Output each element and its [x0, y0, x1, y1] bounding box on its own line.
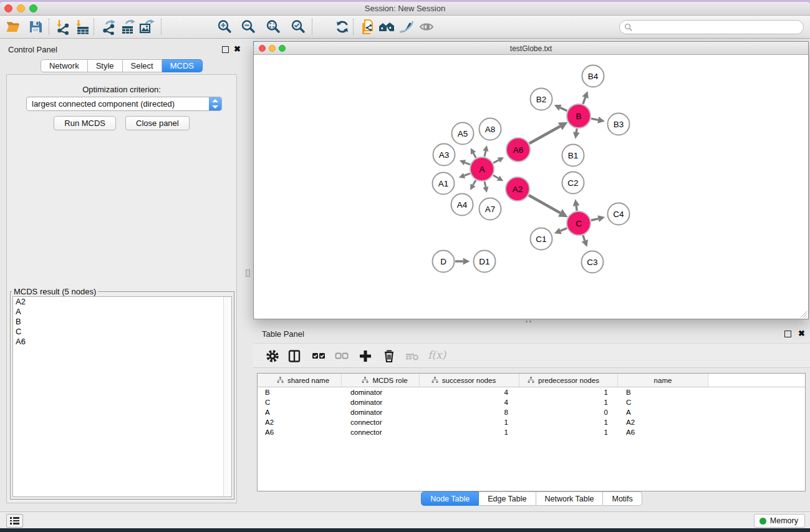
graph-node-C[interactable]: C [567, 211, 591, 235]
graph-node-C4[interactable]: C4 [608, 203, 630, 225]
result-item[interactable]: A2 [13, 297, 231, 307]
graph-node-A[interactable]: A [470, 157, 494, 181]
delete-table-icon[interactable] [405, 349, 420, 364]
column-header-shared-name[interactable]: shared name [258, 374, 342, 387]
table-row[interactable]: B dominator 4 1 B [258, 387, 805, 397]
import-table-icon[interactable] [74, 19, 90, 35]
graph-node-B3[interactable]: B3 [608, 114, 630, 135]
float-panel-icon[interactable] [784, 331, 791, 337]
table-settings-gear-icon[interactable] [265, 349, 280, 364]
zoom-selected-icon[interactable] [290, 19, 306, 35]
graph-node-B2[interactable]: B2 [531, 89, 552, 110]
import-network-icon[interactable] [55, 19, 71, 35]
graph-edge-A6-B [529, 122, 568, 143]
tab-node-table[interactable]: Node Table [421, 491, 479, 506]
table-row[interactable]: A2 connector 1 1 A2 [258, 417, 805, 427]
scrollbar-track[interactable] [223, 297, 231, 496]
control-panel-tabbar: Network Style Select MCDS [0, 59, 243, 72]
open-session-icon[interactable] [5, 19, 21, 35]
graph-edge-B-B4 [582, 91, 589, 104]
save-session-icon[interactable] [27, 19, 44, 35]
toggle-visibility-icon[interactable] [418, 19, 435, 35]
svg-text:C2: C2 [567, 178, 578, 188]
graph-node-D1[interactable]: D1 [474, 251, 496, 273]
export-network-icon[interactable] [100, 19, 117, 35]
graph-node-A2[interactable]: A2 [506, 177, 529, 201]
tab-edge-table[interactable]: Edge Table [479, 491, 536, 506]
tab-mcds[interactable]: MCDS [162, 59, 203, 72]
column-header-successor-nodes[interactable]: successor nodes [420, 374, 519, 387]
memory-button[interactable]: Memory [754, 514, 805, 528]
graph-node-C3[interactable]: C3 [582, 251, 604, 273]
column-type-icon [528, 377, 534, 384]
column-header-predecessor-nodes[interactable]: predecessor nodes [519, 374, 618, 387]
graph-edge-A-A7 [483, 181, 488, 193]
function-builder-icon[interactable]: f(x) [428, 349, 446, 361]
tab-network-table[interactable]: Network Table [536, 491, 604, 506]
graph-node-A4[interactable]: A4 [451, 194, 473, 216]
column-header-name[interactable]: name [618, 374, 708, 387]
zoom-fit-icon[interactable] [265, 19, 281, 35]
toggle-style-icon[interactable] [398, 19, 414, 35]
close-panel-icon[interactable]: ✖ [234, 44, 241, 54]
table-row[interactable]: A6 connector 1 1 A6 [258, 427, 805, 437]
run-mcds-button[interactable]: Run MCDS [54, 116, 116, 130]
add-column-icon[interactable] [358, 349, 373, 364]
select-all-icon[interactable] [311, 349, 326, 364]
graph-node-B1[interactable]: B1 [562, 145, 584, 167]
zoom-out-icon[interactable] [240, 19, 256, 35]
criterion-dropdown[interactable]: largest connected component (directed) [26, 97, 222, 111]
show-columns-icon[interactable] [287, 349, 302, 364]
memory-label: Memory [770, 516, 798, 525]
result-item[interactable]: A6 [13, 337, 231, 347]
graph-node-A6[interactable]: A6 [506, 138, 530, 162]
refresh-icon[interactable] [334, 19, 350, 35]
graph-edge-C-C3 [582, 235, 588, 247]
horizontal-splitter-handle[interactable] [526, 321, 534, 323]
graph-node-B4[interactable]: B4 [582, 65, 604, 87]
svg-text:A3: A3 [439, 150, 450, 160]
graph-node-C2[interactable]: C2 [562, 172, 584, 194]
delete-column-icon[interactable] [382, 349, 397, 364]
result-item[interactable]: A [13, 307, 231, 317]
graph-node-A1[interactable]: A1 [433, 173, 455, 195]
show-all-networks-icon[interactable] [378, 19, 395, 35]
close-panel-button[interactable]: Close panel [125, 116, 190, 130]
graph-node-B[interactable]: B [567, 104, 591, 128]
graph-node-A5[interactable]: A5 [452, 123, 474, 145]
export-image-icon[interactable] [138, 19, 155, 35]
close-panel-icon[interactable]: ✖ [798, 329, 805, 338]
graph-node-C1[interactable]: C1 [531, 228, 552, 250]
search-field[interactable] [619, 20, 804, 34]
svg-text:C3: C3 [587, 258, 597, 267]
graph-node-A7[interactable]: A7 [480, 198, 501, 220]
graph-node-A8[interactable]: A8 [480, 118, 501, 140]
float-panel-icon[interactable] [222, 46, 229, 53]
zoom-in-icon[interactable] [216, 19, 233, 35]
result-item[interactable]: C [13, 327, 231, 337]
graph-edge-C-C4 [591, 215, 605, 222]
tab-select[interactable]: Select [123, 59, 162, 72]
panel-list-icon[interactable] [6, 514, 23, 528]
export-table-icon[interactable] [120, 19, 136, 35]
deselect-all-icon[interactable] [334, 349, 349, 364]
svg-text:A8: A8 [485, 125, 496, 134]
graph-node-A3[interactable]: A3 [433, 144, 455, 166]
graph-edge-A-A5 [471, 148, 476, 158]
result-item[interactable]: B [13, 317, 231, 327]
tab-motifs[interactable]: Motifs [603, 491, 642, 506]
graph-node-D[interactable]: D [433, 251, 455, 273]
table-row[interactable]: C dominator 4 1 C [258, 397, 805, 407]
network-canvas[interactable]: B4B2BB3A8A5A6A3B1AA1C2A2A4A7C4CC1C3DD1 [254, 56, 808, 318]
control-panel: Control Panel ✖ Network Style Select MCD… [0, 39, 243, 505]
table-row[interactable]: A dominator 8 0 A [258, 407, 805, 417]
window-resize-grip[interactable] [799, 310, 808, 318]
vertical-splitter-handle[interactable] [246, 269, 250, 277]
graph-edge-A-A4 [470, 180, 476, 190]
column-header-mcds-role[interactable]: MCDS role [342, 374, 420, 387]
tab-network[interactable]: Network [41, 59, 88, 72]
tab-style[interactable]: Style [88, 59, 123, 72]
table-toolbar: f(x) [253, 343, 810, 368]
duplicate-network-icon[interactable] [360, 19, 376, 35]
search-input[interactable] [632, 23, 803, 32]
